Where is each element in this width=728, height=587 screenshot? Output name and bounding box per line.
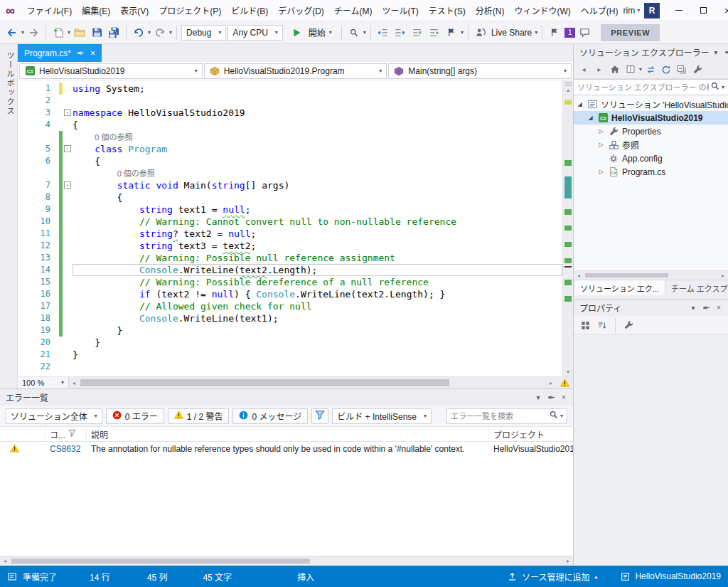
code-content[interactable]: { <box>73 119 562 131</box>
tab-solution-explorer[interactable]: ソリューション エク... <box>574 280 665 295</box>
back-icon[interactable]: ◂ <box>577 63 591 77</box>
collapse-region-icon[interactable]: - <box>64 109 71 116</box>
code-content[interactable]: } <box>73 337 562 349</box>
outdent-button[interactable] <box>375 24 391 41</box>
menu-item[interactable]: 編集(E) <box>77 1 115 19</box>
collapse-region-icon[interactable]: - <box>64 145 71 152</box>
project-dropdown[interactable]: C# HelloVisualStudio2019 ▾ <box>19 63 203 79</box>
sync-with-active-document-icon[interactable] <box>643 63 658 77</box>
code-content[interactable]: using System; <box>73 83 562 95</box>
preview-features-button[interactable]: PREVIEW <box>601 24 660 41</box>
code-content[interactable]: // Allowed given check for null <box>73 300 562 312</box>
code-content[interactable] <box>73 95 562 107</box>
notifications-flag-icon[interactable] <box>547 24 562 41</box>
filter-button[interactable] <box>311 408 328 424</box>
redo-chevron-icon[interactable]: ▾ <box>169 30 172 36</box>
minimize-button[interactable] <box>667 0 691 21</box>
code-content[interactable]: { <box>73 155 562 167</box>
comment-button[interactable] <box>410 24 425 41</box>
search-chevron-icon[interactable]: ▾ <box>560 413 563 419</box>
code-content[interactable]: string text1 = null; <box>73 203 562 216</box>
add-to-source-control-icon[interactable] <box>508 572 517 581</box>
close-window-icon[interactable]: × <box>557 393 570 401</box>
column-description[interactable]: 説明 <box>87 427 489 441</box>
home-icon[interactable] <box>608 63 622 77</box>
window-menu-icon[interactable]: ▾ <box>532 393 545 401</box>
indent-button[interactable] <box>392 24 408 41</box>
scrollbar-track[interactable] <box>563 95 573 367</box>
error-scope-dropdown[interactable]: ソリューション全体 ▾ <box>6 408 102 424</box>
switch-views-icon[interactable] <box>623 63 638 77</box>
scroll-left-icon[interactable]: ◂ <box>69 380 79 386</box>
undo-chevron-icon[interactable]: ▾ <box>148 30 151 36</box>
platform-dropdown[interactable]: Any CPU ▾ <box>228 25 282 41</box>
open-file-button[interactable] <box>72 24 87 41</box>
window-menu-icon[interactable]: ▾ <box>710 48 722 56</box>
save-button[interactable] <box>89 24 105 41</box>
notification-count-badge[interactable]: 1 <box>564 28 575 38</box>
redo-button[interactable] <box>152 24 168 41</box>
scrollbar-thumb[interactable] <box>80 379 449 386</box>
navigate-backward-button[interactable] <box>4 24 20 41</box>
expanded-arrow-icon[interactable]: ◢ <box>576 101 584 107</box>
scrollbar-track[interactable] <box>584 271 718 280</box>
menu-item[interactable]: ウィンドウ(W) <box>509 1 575 19</box>
error-list-titlebar[interactable]: エラー一覧 ▾ × <box>0 389 573 406</box>
scrollbar-thumb[interactable] <box>11 559 310 564</box>
warnings-filter-button[interactable]: 1 / 2 警告 <box>168 408 230 424</box>
editor-vertical-scrollbar[interactable]: ▴ <box>562 80 573 376</box>
maximize-button[interactable] <box>691 0 715 21</box>
background-tasks-icon[interactable] <box>7 572 17 581</box>
search-icon[interactable] <box>711 82 719 92</box>
new-file-chevron-icon[interactable]: ▾ <box>68 30 70 36</box>
code-content[interactable]: static void Main(string[] args) <box>73 179 562 191</box>
uncomment-button[interactable] <box>427 24 442 41</box>
scroll-right-icon[interactable]: ▸ <box>718 273 728 279</box>
messages-filter-button[interactable]: 0 メッセージ <box>232 408 308 424</box>
menu-item[interactable]: テスト(S) <box>424 1 471 19</box>
code-content[interactable]: if (text2 != null) { Console.WriteLine(t… <box>73 288 562 300</box>
solution-explorer-titlebar[interactable]: ソリューション エクスプローラー ▾ × <box>574 44 728 60</box>
search-chevron-icon[interactable]: ▾ <box>722 85 724 90</box>
code-content[interactable]: string text3 = text2; <box>73 240 562 252</box>
code-content[interactable] <box>73 361 562 373</box>
add-to-source-control-label[interactable]: ソース管理に追加 <box>522 571 589 583</box>
scrollbar-track[interactable] <box>10 556 563 566</box>
menu-item[interactable]: ファイル(F) <box>22 1 77 19</box>
zoom-dropdown[interactable]: 100 % ▾ <box>18 377 69 388</box>
live-share-chevron-icon[interactable]: ▾ <box>535 30 537 36</box>
categorized-icon[interactable] <box>578 318 592 332</box>
menu-item[interactable]: 分析(N) <box>471 1 510 19</box>
code-content[interactable]: // Warning: Cannot convert null to non-n… <box>73 216 562 228</box>
alphabetical-sort-icon[interactable] <box>595 318 609 332</box>
error-list-horizontal-scrollbar[interactable]: ◂ ▸ <box>0 556 573 566</box>
repository-icon[interactable] <box>621 572 630 581</box>
editor-horizontal-scrollbar[interactable] <box>79 377 546 388</box>
tree-item[interactable]: ◢ソリューション 'HelloVisualStudio201 <box>574 97 728 111</box>
tree-item[interactable]: App.config <box>574 152 728 165</box>
scroll-right-icon[interactable]: ▸ <box>546 380 556 386</box>
search-icon[interactable] <box>550 411 558 421</box>
navigate-forward-button[interactable] <box>26 24 41 41</box>
live-share-label[interactable]: Live Share <box>491 28 532 38</box>
errors-filter-button[interactable]: 0 エラー <box>106 408 164 424</box>
code-lines[interactable]: 1using System;23-namespace HelloVisualSt… <box>18 80 562 376</box>
code-content[interactable]: } <box>73 349 562 361</box>
user-menu-chevron-icon[interactable]: ▾ <box>637 8 640 14</box>
pin-tab-icon[interactable] <box>77 49 85 57</box>
property-pages-icon[interactable] <box>621 318 636 332</box>
collapsed-arrow-icon[interactable]: ▷ <box>597 128 605 134</box>
solution-search-box[interactable]: ▾ <box>574 79 728 95</box>
close-button[interactable]: × <box>715 0 728 21</box>
code-content[interactable]: class Program <box>73 143 562 155</box>
forward-icon[interactable]: ▸ <box>592 63 606 77</box>
new-file-button[interactable] <box>50 24 66 41</box>
column-code[interactable]: コ... <box>46 427 87 441</box>
pin-window-icon[interactable] <box>545 393 557 401</box>
scroll-up-icon[interactable]: ▴ <box>563 85 573 95</box>
pin-window-icon[interactable] <box>700 304 712 312</box>
scroll-left-icon[interactable]: ◂ <box>0 558 10 564</box>
error-code-link[interactable]: CS8632 <box>50 444 80 454</box>
code-content[interactable]: } <box>73 324 562 337</box>
bookmark-flag-button[interactable] <box>444 24 459 41</box>
